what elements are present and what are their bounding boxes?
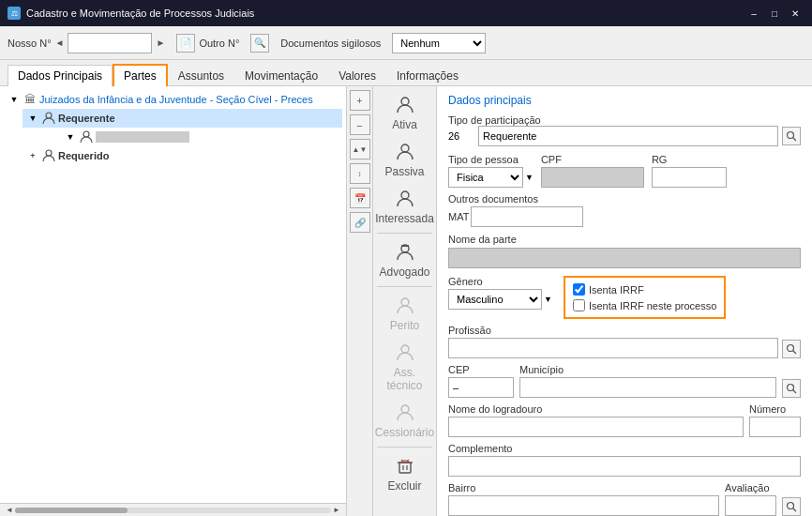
genero-select[interactable]: Masculino <box>448 289 542 310</box>
bairro-input[interactable] <box>448 495 719 516</box>
scroll-right-arrow[interactable]: ► <box>331 506 342 514</box>
avaliacao-label: Avaliação <box>725 482 776 493</box>
titlebar-left: ⚖ Cadastro e Movimentação de Processos J… <box>8 7 254 20</box>
cep-input[interactable] <box>448 377 514 398</box>
scroll-track[interactable] <box>15 508 331 513</box>
ativa-icon <box>394 94 416 116</box>
tree-root[interactable]: ▼ 🏛 Juizados da Infância e da Juventude … <box>4 90 342 109</box>
complement-row: Complemento <box>448 443 801 477</box>
avaliacao-input[interactable] <box>725 495 776 516</box>
party-passiva[interactable]: Passiva <box>373 137 436 182</box>
tab-movimentacao[interactable]: Movimentação <box>234 65 328 86</box>
person-icon <box>79 129 94 144</box>
numero-input[interactable] <box>749 417 801 437</box>
profissao-label: Profissão <box>448 325 778 336</box>
profissao-search[interactable] <box>782 340 801 358</box>
party-advogado[interactable]: Advogado <box>373 237 436 282</box>
svg-point-9 <box>401 345 409 353</box>
interessada-label: Interessada <box>375 212 434 225</box>
rg-label: RG <box>652 154 727 165</box>
scroll-left-arrow[interactable]: ◄ <box>4 506 15 514</box>
tab-valores[interactable]: Valores <box>328 65 386 86</box>
add-button[interactable]: + <box>350 90 370 111</box>
outros-docs-row: Outros documentos MAT <box>448 193 801 227</box>
left-panel: ▼ 🏛 Juizados da Infância e da Juventude … <box>0 86 347 516</box>
root-expand-icon[interactable]: ▼ <box>8 93 21 106</box>
search-icon[interactable]: 🔍 <box>250 34 269 53</box>
party-interessada[interactable]: Interessada <box>373 184 436 229</box>
tipo-participacao-input[interactable] <box>478 126 778 146</box>
tree-item-requerente-person[interactable]: ▼ <box>60 128 342 146</box>
tree-item-requerente[interactable]: ▼ Requerente <box>23 109 342 128</box>
dados-principais-link[interactable]: Dados principais <box>448 94 801 107</box>
logradouro-input[interactable] <box>448 417 744 437</box>
tab-assuntos[interactable]: Assuntos <box>168 65 234 86</box>
party-ativa[interactable]: Ativa <box>373 90 436 135</box>
nome-input[interactable] <box>448 248 801 268</box>
titlebar: ⚖ Cadastro e Movimentação de Processos J… <box>0 0 812 26</box>
mun-group: Município <box>519 364 776 398</box>
logradouro-label: Nome do logradouro <box>448 403 744 415</box>
ass-tecnico-icon <box>394 341 416 364</box>
nosso-numero-input[interactable] <box>68 33 152 53</box>
tipo-participacao-search[interactable] <box>782 127 801 145</box>
perito-label: Perito <box>390 319 419 332</box>
nosso-numero-label: Nosso N° <box>8 38 52 49</box>
bairro-aval-row: Bairro Avaliação <box>448 482 801 516</box>
close-button[interactable]: ✕ <box>786 6 804 21</box>
tipo-participacao-row: 26 <box>448 126 801 146</box>
link-button[interactable]: 🔗 <box>350 212 370 233</box>
requerido-icon <box>41 148 56 163</box>
bairro-search[interactable] <box>782 497 801 516</box>
calendar-button[interactable]: 📅 <box>350 188 370 208</box>
complemento-input[interactable] <box>448 456 801 477</box>
person-name <box>96 131 189 143</box>
svg-point-12 <box>788 132 794 139</box>
move-up-button[interactable]: ▲▼ <box>350 139 370 159</box>
tab-informacoes[interactable]: Informações <box>386 65 469 86</box>
isenta-irrf-processo-label[interactable]: Isenta IRRF neste processo <box>589 300 716 311</box>
municipio-input[interactable] <box>519 377 776 398</box>
nosso-nav-back[interactable]: ◄ <box>55 38 65 48</box>
party-excluir[interactable]: Excluir <box>373 451 436 496</box>
scroll-thumb[interactable] <box>15 508 128 513</box>
profissao-input[interactable] <box>448 338 778 358</box>
sort-button[interactable]: ↕ <box>350 163 370 184</box>
person-expand-icon[interactable]: ▼ <box>64 130 77 144</box>
tab-partes[interactable]: Partes <box>113 64 168 86</box>
excluir-label: Excluir <box>387 479 421 493</box>
requerido-expand-icon[interactable]: + <box>26 149 39 162</box>
nosso-nav-forward[interactable]: ► <box>156 38 165 48</box>
left-scrollbar[interactable]: ◄ ► <box>0 503 346 516</box>
tipo-pessoa-select[interactable]: Fisica <box>448 167 523 188</box>
tab-dados-principais[interactable]: Dados Principais <box>8 65 113 86</box>
passiva-label: Passiva <box>384 165 424 178</box>
root-label: Juizados da Infância e da Juventude - Se… <box>39 94 313 105</box>
svg-point-10 <box>401 405 409 413</box>
interessada-icon <box>394 188 416 210</box>
mat-label: MAT <box>448 211 469 222</box>
isenta-irrf-checkbox[interactable] <box>573 283 585 296</box>
isenta-irrf-processo-checkbox[interactable] <box>573 299 585 311</box>
outro-numero-label: Outro N° <box>199 38 239 49</box>
minimize-button[interactable]: – <box>744 6 763 21</box>
remove-button[interactable]: – <box>350 114 370 135</box>
cpf-input[interactable] <box>541 167 644 188</box>
svg-point-16 <box>788 385 794 391</box>
tree-item-requerido[interactable]: + Requerido <box>23 146 342 165</box>
bairro-label: Bairro <box>448 482 719 493</box>
municipio-search[interactable] <box>782 379 801 398</box>
svg-point-4 <box>401 144 409 152</box>
mat-input[interactable] <box>471 206 583 227</box>
num-group: Número <box>749 403 801 437</box>
requerente-expand-icon[interactable]: ▼ <box>26 112 39 125</box>
cep-label: CEP <box>448 364 514 375</box>
svg-point-18 <box>788 503 794 509</box>
party-cessionario: Cessionário <box>373 398 436 443</box>
maximize-button[interactable]: □ <box>765 6 784 21</box>
nosso-numero-field: Nosso N° ◄ ► <box>8 33 165 53</box>
isenta-irrf-label[interactable]: Isenta IRRF <box>589 284 644 296</box>
outro-numero-icon[interactable]: 📄 <box>176 34 195 53</box>
nenhum-select[interactable]: Nenhum <box>392 33 486 53</box>
rg-input[interactable] <box>652 167 727 188</box>
